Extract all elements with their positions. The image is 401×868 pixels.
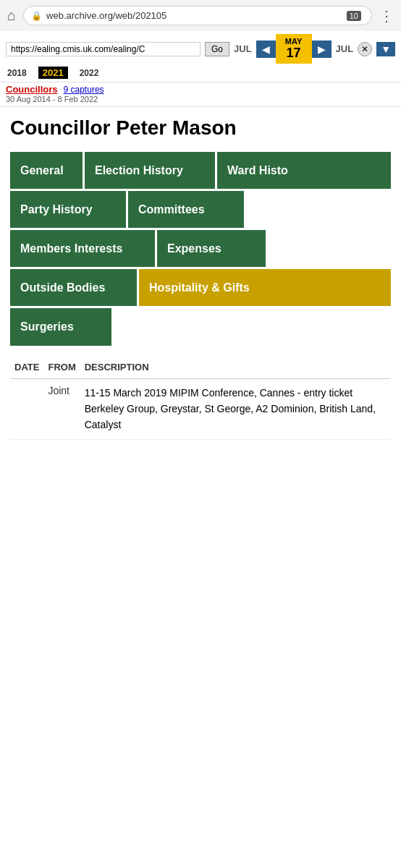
tab-count[interactable]: 10 [347,11,361,21]
table-row: Joint 11-15 March 2019 MIPIM Conference,… [10,378,391,439]
wayback-month-center: ◀ MAY 17 ▶ [256,34,332,64]
wayback-url-input[interactable] [6,42,200,56]
address-bar[interactable]: 🔒 web.archive.org/web/202105 10 [23,6,372,25]
tab-outside-bodies[interactable]: Outside Bodies [10,269,137,306]
wayback-years-row: 2018 2021 2022 [6,67,395,79]
wayback-info-bar: Councillors 9 captures 30 Aug 2014 - 8 F… [0,82,401,107]
wayback-date-num: 17 [283,46,305,61]
tab-committees[interactable]: Committees [128,191,244,228]
wayback-year-2022: 2022 [80,68,99,78]
description-text: 11-15 March 2019 MIPIM Conference, Canne… [85,387,376,431]
wayback-prev-arrow[interactable]: ◀ [256,41,276,58]
wayback-month: MAY [283,37,305,46]
table-header-row: DATE FROM DESCRIPTION [10,356,391,379]
wayback-url-row: Go JUL ◀ MAY 17 ▶ JUL ✕ ▼ [6,34,395,64]
tabs-row-4: Outside Bodies Hospitality & Gifts [10,269,391,306]
tab-members-interests[interactable]: Members Interests [10,230,155,267]
col-description: DESCRIPTION [80,356,391,379]
tab-expenses[interactable]: Expenses [157,230,266,267]
tab-general[interactable]: General [10,152,83,189]
wayback-date-range: 30 Aug 2014 - 8 Feb 2022 [6,95,395,103]
wayback-go-button[interactable]: Go [205,42,229,56]
wayback-year-left: JUL [234,43,252,54]
home-icon[interactable]: ⌂ [7,7,16,24]
captures-link[interactable]: 9 captures [64,85,104,95]
wayback-dropdown-button[interactable]: ▼ [376,42,395,56]
tabs-navigation: General Election History Ward Histo Part… [10,152,391,346]
tab-election-history[interactable]: Election History [85,152,215,189]
lock-icon: 🔒 [31,11,42,21]
browser-chrome: ⌂ 🔒 web.archive.org/web/202105 10 ⋮ Go J… [0,0,401,107]
page-title: Councillor Peter Mason [10,116,391,140]
url-text: web.archive.org/web/202105 [46,10,342,21]
wayback-year-2018: 2018 [7,68,27,78]
col-from: FROM [43,356,80,379]
wayback-close-button[interactable]: ✕ [358,42,372,56]
wayback-next-arrow[interactable]: ▶ [312,41,332,58]
tab-surgeries[interactable]: Surgeries [10,308,111,345]
wayback-bar: Go JUL ◀ MAY 17 ▶ JUL ✕ ▼ 20 [0,31,401,82]
wayback-day: MAY 17 [276,34,312,64]
cell-date [10,378,43,439]
wayback-calendar: JUL ◀ MAY 17 ▶ JUL [234,34,353,64]
wayback-year-right: JUL [336,43,354,54]
page-content: Councillor Peter Mason General Election … [0,107,401,448]
wayback-year-2021: 2021 [38,67,68,79]
table-header: DATE FROM DESCRIPTION [10,356,391,379]
councillors-link[interactable]: Councillors [6,84,58,95]
wayback-info-row: Councillors 9 captures [6,84,395,95]
cell-from: Joint [43,378,80,439]
tab-hospitality-gifts[interactable]: Hospitality & Gifts [139,269,391,306]
tab-party-history[interactable]: Party History [10,191,126,228]
tabs-row-1: General Election History Ward Histo [10,152,391,189]
table-body: Joint 11-15 March 2019 MIPIM Conference,… [10,378,391,439]
cell-description: 11-15 March 2019 MIPIM Conference, Canne… [80,378,391,439]
menu-icon[interactable]: ⋮ [379,7,394,25]
tabs-row-5: Surgeries [10,308,391,345]
tab-ward-history[interactable]: Ward Histo [217,152,391,189]
tabs-row-2: Party History Committees [10,191,391,228]
col-date: DATE [10,356,43,379]
hospitality-gifts-table: DATE FROM DESCRIPTION Joint 11-15 March … [10,356,391,440]
browser-toolbar: ⌂ 🔒 web.archive.org/web/202105 10 ⋮ [0,0,401,31]
tabs-row-3: Members Interests Expenses [10,230,391,267]
